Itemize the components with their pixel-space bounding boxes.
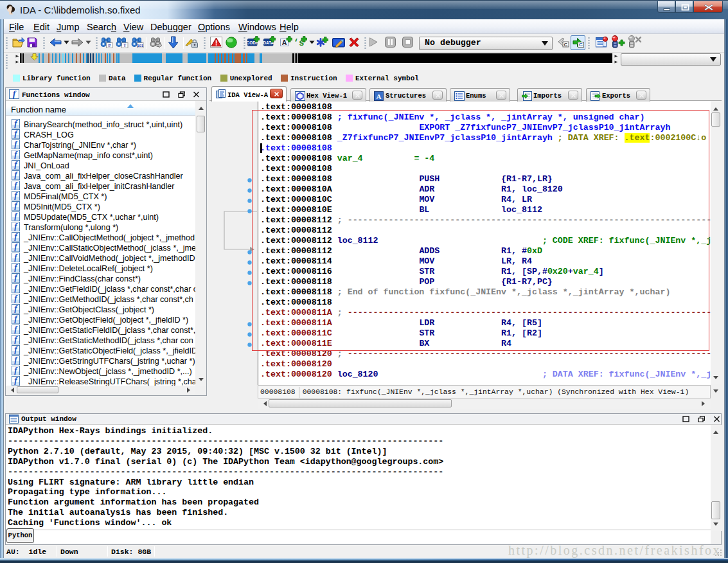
svg-text:A: A — [282, 39, 287, 46]
svg-text:T: T — [123, 42, 127, 48]
svg-text:A: A — [377, 93, 382, 100]
svg-text:C: C — [579, 42, 583, 48]
svg-text:101: 101 — [137, 44, 144, 48]
svg-text:#: # — [108, 42, 111, 48]
svg-text:C: C — [564, 42, 568, 48]
